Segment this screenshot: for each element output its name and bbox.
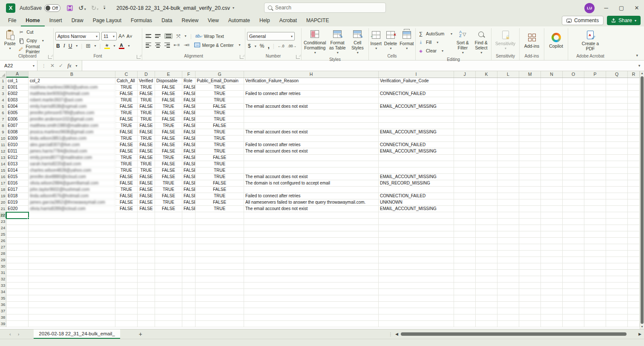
cell-L36[interactable] bbox=[497, 302, 519, 308]
row-header-33[interactable]: 33 bbox=[0, 283, 6, 289]
cell-H10[interactable] bbox=[244, 136, 379, 142]
cell-L3[interactable] bbox=[497, 91, 519, 97]
cell-B23[interactable] bbox=[29, 219, 115, 225]
cell-Q33[interactable] bbox=[606, 283, 628, 289]
cell-F15[interactable]: FALSE bbox=[182, 167, 196, 174]
cell-J4[interactable] bbox=[454, 97, 476, 104]
bold-button[interactable]: B bbox=[56, 43, 60, 49]
cell-I21[interactable]: EMAIL_ACCOUNT_MISSING bbox=[379, 206, 454, 212]
cell-Q14[interactable] bbox=[606, 161, 628, 167]
ribbon-tab-file[interactable]: File bbox=[3, 16, 21, 26]
cell-A11[interactable]: E010 bbox=[6, 142, 29, 148]
cell-P31[interactable] bbox=[584, 270, 606, 276]
cell-K18[interactable] bbox=[476, 187, 497, 193]
copilot-button[interactable]: Copilot bbox=[546, 32, 566, 49]
cell-O32[interactable] bbox=[563, 276, 584, 283]
column-header-M[interactable]: M bbox=[519, 71, 541, 78]
cell-L11[interactable] bbox=[497, 142, 519, 148]
alignment-launcher-icon[interactable] bbox=[240, 55, 244, 59]
orientation-button[interactable]: ⤧ bbox=[176, 33, 181, 39]
cell-Q30[interactable] bbox=[606, 263, 628, 270]
cell-P8[interactable] bbox=[584, 123, 606, 129]
cell-L8[interactable] bbox=[497, 123, 519, 129]
cell-M14[interactable] bbox=[519, 161, 541, 167]
cell-R16[interactable] bbox=[628, 174, 640, 180]
column-header-Q[interactable]: Q bbox=[606, 71, 628, 78]
cell-L15[interactable] bbox=[497, 167, 519, 174]
cell-J14[interactable] bbox=[454, 161, 476, 167]
cell-Q37[interactable] bbox=[606, 308, 628, 314]
align-middle-icon[interactable] bbox=[155, 34, 161, 38]
cell-Q38[interactable] bbox=[606, 314, 628, 321]
cell-C18[interactable]: TRUE bbox=[115, 187, 138, 193]
cell-C32[interactable] bbox=[115, 276, 138, 283]
cell-E24[interactable] bbox=[155, 225, 182, 231]
cell-E30[interactable] bbox=[155, 263, 182, 270]
cell-E39[interactable] bbox=[155, 321, 182, 327]
row-header-35[interactable]: 35 bbox=[0, 295, 6, 302]
cell-G9[interactable]: TRUE bbox=[196, 129, 244, 136]
cell-H21[interactable]: The email account does not exist bbox=[244, 206, 379, 212]
number-launcher-icon[interactable] bbox=[296, 55, 300, 59]
cell-E22[interactable] bbox=[155, 212, 182, 219]
cell-L19[interactable] bbox=[497, 193, 519, 199]
cell-M10[interactable] bbox=[519, 136, 541, 142]
cell-H24[interactable] bbox=[244, 225, 379, 231]
cell-J31[interactable] bbox=[454, 270, 476, 276]
cell-F18[interactable]: FALSE bbox=[182, 187, 196, 193]
cell-D27[interactable] bbox=[138, 244, 155, 251]
cell-I22[interactable] bbox=[379, 212, 454, 219]
cell-B32[interactable] bbox=[29, 276, 115, 283]
cell-F32[interactable] bbox=[182, 276, 196, 283]
cell-Q26[interactable] bbox=[606, 238, 628, 244]
cell-A31[interactable] bbox=[6, 270, 29, 276]
vertical-scrollbar[interactable]: ▲ ▼ bbox=[640, 71, 644, 329]
cell-G23[interactable] bbox=[196, 219, 244, 225]
cell-N14[interactable] bbox=[541, 161, 563, 167]
cell-E33[interactable] bbox=[155, 283, 182, 289]
cell-K17[interactable] bbox=[476, 180, 497, 187]
cell-A38[interactable] bbox=[6, 314, 29, 321]
cell-G10[interactable]: TRUE bbox=[196, 136, 244, 142]
ribbon-tab-data[interactable]: Data bbox=[157, 16, 177, 26]
cell-R25[interactable] bbox=[628, 231, 640, 238]
cell-C9[interactable]: FALSE bbox=[115, 129, 138, 136]
row-header-28[interactable]: 28 bbox=[0, 251, 6, 257]
sort-filter-button[interactable]: AZ ▽ Sort & Filter▾ bbox=[454, 28, 471, 56]
cell-O30[interactable] bbox=[563, 263, 584, 270]
cell-B31[interactable] bbox=[29, 270, 115, 276]
cell-A26[interactable] bbox=[6, 238, 29, 244]
cell-M8[interactable] bbox=[519, 123, 541, 129]
cell-A6[interactable]: E005 bbox=[6, 110, 29, 116]
cell-P11[interactable] bbox=[584, 142, 606, 148]
cell-P17[interactable] bbox=[584, 180, 606, 187]
fill-button[interactable]: ⤓Fill ▾ bbox=[417, 39, 452, 46]
cell-N29[interactable] bbox=[541, 257, 563, 263]
cell-M22[interactable] bbox=[519, 212, 541, 219]
row-header-13[interactable]: 13 bbox=[0, 155, 6, 161]
cell-R14[interactable] bbox=[628, 161, 640, 167]
cell-B33[interactable] bbox=[29, 283, 115, 289]
cell-B7[interactable]: jennifer.anderson102@gmail.com bbox=[29, 116, 115, 123]
cell-M32[interactable] bbox=[519, 276, 541, 283]
increase-indent-icon[interactable]: ⇥≡ bbox=[184, 43, 190, 47]
cell-M29[interactable] bbox=[519, 257, 541, 263]
cell-L7[interactable] bbox=[497, 116, 519, 123]
cell-D14[interactable]: TRUE bbox=[138, 161, 155, 167]
cell-H16[interactable]: The email account does not exist bbox=[244, 174, 379, 180]
cell-E5[interactable]: TRUE bbox=[155, 104, 182, 110]
cell-I39[interactable] bbox=[379, 321, 454, 327]
row-header-25[interactable]: 25 bbox=[0, 231, 6, 238]
row-header-16[interactable]: 16 bbox=[0, 174, 6, 180]
cell-G7[interactable]: TRUE bbox=[196, 116, 244, 123]
cell-E29[interactable] bbox=[155, 257, 182, 263]
cell-K26[interactable] bbox=[476, 238, 497, 244]
column-header-L[interactable]: L bbox=[497, 71, 519, 78]
cell-F33[interactable] bbox=[182, 283, 196, 289]
save-icon[interactable] bbox=[66, 5, 73, 12]
cell-B4[interactable]: robert.martin3937@aol.com bbox=[29, 97, 115, 104]
cell-C15[interactable]: TRUE bbox=[115, 167, 138, 174]
cell-H8[interactable] bbox=[244, 123, 379, 129]
cell-G27[interactable] bbox=[196, 244, 244, 251]
cell-H9[interactable]: The email account does not exist bbox=[244, 129, 379, 136]
